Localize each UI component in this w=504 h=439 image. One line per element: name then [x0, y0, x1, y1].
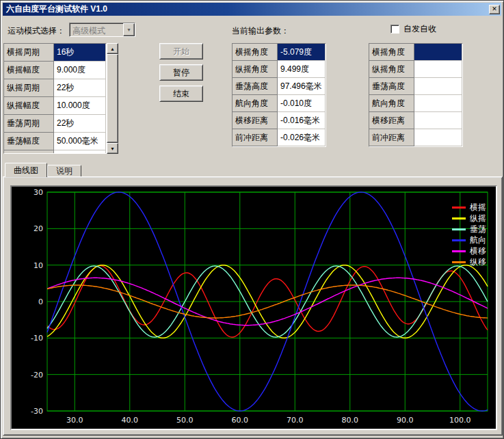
table-row: 纵摇角度 [369, 61, 462, 78]
svg-text:20: 20 [34, 224, 43, 233]
output-name-cell: 纵摇角度 [233, 61, 278, 78]
svg-text:80.0: 80.0 [342, 416, 359, 425]
echo-name-cell: 横移距离 [369, 112, 414, 129]
close-button[interactable]: ✕ [489, 5, 500, 14]
svg-text:100.0: 100.0 [449, 416, 471, 425]
scrollbar-thumb[interactable] [107, 54, 118, 143]
legend-item: 纵移 [452, 258, 486, 266]
tab-help[interactable]: 说明 [47, 165, 81, 176]
param-value-cell[interactable]: 22秒 [54, 115, 106, 133]
legend-swatch [452, 217, 466, 220]
svg-text:70.0: 70.0 [287, 416, 304, 425]
legend-swatch [452, 261, 466, 263]
start-button[interactable]: 开始 [159, 43, 203, 59]
param-name-cell: 横摇周期 [4, 44, 54, 62]
svg-text:-30: -30 [31, 407, 43, 416]
table-row: 横移距离 [369, 112, 462, 129]
output-name-cell: 垂荡高度 [233, 78, 278, 95]
param-value-cell[interactable]: 50.000毫米 [54, 133, 106, 150]
output-params-label: 当前输出参数： [232, 25, 289, 37]
legend-label: 垂荡 [470, 225, 486, 233]
scroll-up-arrow-icon[interactable]: ▲ [107, 43, 118, 54]
mode-select-dropdown[interactable]: 高级模式 ▼ [69, 23, 135, 37]
output-value-cell[interactable]: 97.496毫米 [278, 78, 326, 95]
table-row: 垂荡高度 97.496毫米 [233, 78, 326, 95]
echo-name-cell: 前冲距离 [369, 129, 414, 146]
table-row: 航向角度 [369, 95, 462, 112]
legend-label: 横摇 [470, 203, 486, 211]
svg-text:-10: -10 [31, 334, 43, 343]
param-value-cell[interactable]: 16秒 [54, 44, 106, 62]
close-icon: ✕ [492, 5, 497, 12]
tab-curve-chart[interactable]: 曲线图 [5, 163, 47, 177]
legend-swatch [452, 207, 466, 209]
output-name-cell: 横移距离 [233, 112, 278, 129]
svg-text:0: 0 [38, 297, 43, 306]
legend-item: 横摇 [452, 203, 486, 211]
table-row: 垂荡高度 [369, 78, 462, 95]
table-row: 垂荡周期 22秒 [4, 115, 106, 133]
svg-text:60.0: 60.0 [232, 416, 249, 425]
mode-select-label: 运动模式选择： [8, 25, 65, 37]
legend-swatch [452, 239, 466, 241]
param-name-cell: 垂荡周期 [4, 115, 54, 133]
svg-text:30.0: 30.0 [66, 416, 83, 425]
dropdown-arrow-icon[interactable]: ▼ [123, 23, 135, 36]
output-name-cell: 航向角度 [233, 95, 278, 112]
output-name-cell: 前冲距离 [233, 129, 278, 146]
table-row: 横摇角度 -5.079度 [233, 44, 326, 61]
param-name-cell: 纵摇周期 [4, 79, 54, 97]
legend-item: 纵摇 [452, 214, 486, 222]
legend-label: 纵移 [470, 258, 486, 266]
legend-swatch [452, 250, 466, 252]
svg-text:30: 30 [34, 188, 43, 197]
output-name-cell: 横摇角度 [233, 44, 278, 61]
param-name-cell: 垂荡幅度 [4, 133, 54, 150]
legend-label: 横移 [470, 247, 486, 255]
echo-value-cell[interactable] [414, 129, 462, 146]
echo-value-cell[interactable] [414, 78, 462, 95]
pause-button[interactable]: 暂停 [159, 64, 203, 81]
legend-swatch [452, 228, 466, 230]
param-value-cell[interactable]: 22秒 [54, 79, 106, 97]
svg-text:-20: -20 [31, 371, 43, 380]
output-value-cell[interactable]: -0.026毫米 [278, 129, 326, 146]
checkbox-box[interactable] [390, 25, 399, 34]
param-value-cell[interactable]: 10.000度 [54, 97, 106, 115]
legend-item: 横移 [452, 247, 486, 255]
param-table-scrollbar[interactable]: ▲ ▼ [107, 43, 118, 154]
mode-select-value: 高级模式 [70, 23, 123, 36]
echo-table: 横摇角度 纵摇角度 垂荡高度 航向角度 横移距离 前冲距离 [369, 43, 463, 147]
stop-button[interactable]: 结束 [159, 85, 203, 102]
output-value-cell[interactable]: -0.010度 [278, 95, 326, 112]
param-name-cell: 纵摇幅度 [4, 97, 54, 115]
param-name-cell: 横摇幅度 [4, 62, 54, 79]
echo-name-cell: 纵摇角度 [369, 61, 414, 78]
curve-chart: -30-20-10010203030.040.050.060.070.080.0… [12, 187, 496, 429]
output-value-cell[interactable]: -5.079度 [278, 44, 326, 61]
legend-label: 航向 [470, 236, 486, 244]
echo-value-cell[interactable] [414, 61, 462, 78]
table-row: 前冲距离 -0.026毫米 [233, 129, 326, 146]
svg-text:40.0: 40.0 [122, 416, 139, 425]
echo-value-cell[interactable] [414, 44, 462, 61]
curve-tab-panel: -30-20-10010203030.040.050.060.070.080.0… [3, 176, 503, 436]
echo-name-cell: 横摇角度 [369, 44, 414, 61]
legend-item: 垂荡 [452, 225, 486, 233]
title-bar[interactable]: 六自由度平台测试软件 V1.0 ✕ [3, 3, 501, 16]
echo-value-cell[interactable] [414, 112, 462, 129]
svg-text:90.0: 90.0 [397, 416, 414, 425]
echo-value-cell[interactable] [414, 95, 462, 112]
table-row: 纵摇幅度 10.000度 [4, 97, 106, 115]
chart-legend: 横摇纵摇垂荡航向横移纵移 [452, 203, 486, 266]
output-value-cell[interactable]: 9.499度 [278, 61, 326, 78]
loopback-checkbox[interactable]: 自发自收 [390, 23, 436, 35]
tab-label: 说明 [56, 165, 72, 177]
scroll-down-arrow-icon[interactable]: ▼ [107, 143, 118, 154]
table-row: 航向角度 -0.010度 [233, 95, 326, 112]
param-name-cell [4, 150, 54, 154]
output-value-cell[interactable]: -0.016毫米 [278, 112, 326, 129]
current-output-table: 横摇角度 -5.079度 纵摇角度 9.499度 垂荡高度 97.496毫米 航… [232, 43, 326, 147]
param-value-cell[interactable]: 9.000度 [54, 62, 106, 79]
table-row: 前冲距离 [369, 129, 462, 146]
